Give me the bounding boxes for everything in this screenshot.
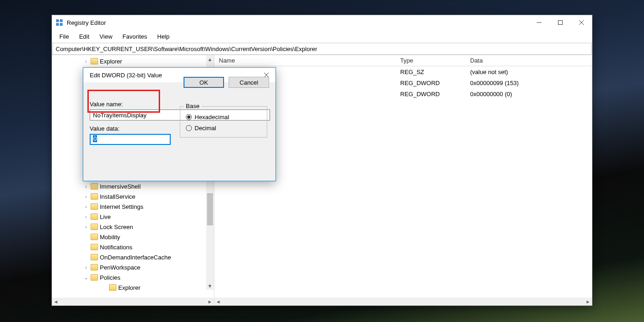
menu-edit[interactable]: Edit <box>75 31 94 42</box>
tree-item[interactable]: Notifications <box>52 242 214 252</box>
menu-view[interactable]: View <box>95 31 117 42</box>
folder-icon <box>91 213 98 220</box>
base-legend: Base <box>184 103 201 109</box>
svg-rect-3 <box>60 23 63 26</box>
tree-item-label: ImmersiveShell <box>100 183 141 190</box>
scroll-right-icon[interactable]: ▸ <box>584 298 592 305</box>
value-data-text: 0 <box>93 135 97 142</box>
tree-item[interactable]: › Explorer <box>52 56 214 66</box>
dialog-body: Value name: Value data: 0 Base Hexadecim… <box>83 82 276 92</box>
radio-label: Hexadecimal <box>195 114 229 121</box>
svg-rect-2 <box>56 23 59 26</box>
expand-icon[interactable]: › <box>83 265 89 270</box>
expand-icon[interactable]: › <box>83 224 89 230</box>
maximize-button[interactable] <box>550 15 571 30</box>
tree-item[interactable]: ›ImmersiveShell <box>52 181 214 191</box>
radio-decimal[interactable]: Decimal <box>186 122 261 133</box>
address-bar[interactable]: Computer\HKEY_CURRENT_USER\Software\Micr… <box>52 43 592 55</box>
scroll-right-icon[interactable]: ▸ <box>206 298 214 305</box>
tree-horizontal-scrollbar[interactable]: ◂ ▸ <box>52 298 214 305</box>
folder-icon <box>91 203 98 210</box>
value-type: REG_SZ <box>400 69 470 75</box>
minimize-button[interactable] <box>529 15 550 30</box>
tree-item[interactable]: Explorer <box>52 282 214 293</box>
tree-item-label: Lock Screen <box>100 224 133 230</box>
value-name-label: Value name: <box>90 101 177 108</box>
value-data-input[interactable]: 0 <box>90 134 171 145</box>
tree-item-label: Explorer <box>118 284 140 291</box>
tree-item[interactable]: ›PenWorkspace <box>52 262 214 272</box>
radio-hexadecimal[interactable]: Hexadecimal <box>186 111 261 122</box>
tree-item[interactable]: ⌄Policies <box>52 272 214 282</box>
tree-item[interactable]: ›Live <box>52 212 214 222</box>
column-name[interactable]: Name <box>219 57 400 64</box>
minimize-icon <box>537 20 541 25</box>
ok-button[interactable]: OK <box>184 77 224 88</box>
folder-icon <box>91 183 98 190</box>
titlebar: Registry Editor <box>52 15 592 30</box>
column-data[interactable]: Data <box>470 57 592 64</box>
tree-item-label: Live <box>100 213 111 220</box>
value-data: (value not set) <box>470 69 592 75</box>
folder-icon <box>91 244 98 250</box>
expand-icon[interactable]: › <box>83 59 89 64</box>
folder-icon <box>109 284 116 291</box>
scroll-left-icon[interactable]: ◂ <box>214 298 222 305</box>
menubar: File Edit View Favorites Help <box>52 30 592 43</box>
values-horizontal-scrollbar[interactable]: ◂ ▸ <box>214 298 592 305</box>
svg-rect-5 <box>558 21 563 25</box>
scroll-down-icon[interactable]: ▾ <box>206 282 214 290</box>
scroll-up-icon[interactable]: ▴ <box>206 55 214 63</box>
svg-rect-1 <box>60 19 63 22</box>
folder-icon <box>91 193 98 200</box>
tree-item-label: PenWorkspace <box>100 264 140 271</box>
menu-help[interactable]: Help <box>153 31 174 42</box>
value-data: 0x00000000 (0) <box>470 91 592 98</box>
column-type[interactable]: Type <box>400 57 470 64</box>
scroll-thumb[interactable] <box>207 193 213 225</box>
value-data-label: Value data: <box>90 125 177 132</box>
tree-item-label: InstallService <box>100 193 135 200</box>
folder-icon <box>91 264 98 270</box>
tree-item-label: OnDemandInterfaceCache <box>100 254 171 261</box>
tree-item[interactable]: ›Lock Screen <box>52 222 214 232</box>
folder-icon <box>91 58 98 64</box>
base-group: Base Hexadecimal Decimal <box>180 106 267 138</box>
close-icon <box>579 20 584 25</box>
folder-icon <box>91 254 98 260</box>
app-icon <box>56 19 63 26</box>
tree-item[interactable]: Mobility <box>52 232 214 242</box>
tree-item-label: Mobility <box>100 234 120 241</box>
value-type: REG_DWORD <box>400 80 470 86</box>
maximize-icon <box>558 20 563 25</box>
tree-item[interactable]: ›Internet Settings <box>52 201 214 212</box>
value-type: REG_DWORD <box>400 91 470 98</box>
expand-icon[interactable]: › <box>83 214 89 219</box>
tree-item[interactable]: OnDemandInterfaceCache <box>52 252 214 262</box>
expand-icon[interactable]: › <box>83 194 89 199</box>
tree-item-label: Explorer <box>100 58 122 65</box>
value-data: 0x00000099 (153) <box>470 80 592 86</box>
tree-item[interactable]: ›InstallService <box>52 191 214 201</box>
svg-rect-0 <box>56 19 59 22</box>
tree-item-label: Policies <box>100 274 121 281</box>
folder-icon <box>91 224 98 230</box>
expand-icon[interactable]: › <box>83 184 89 189</box>
menu-file[interactable]: File <box>55 31 74 42</box>
tree-item-label: Notifications <box>100 244 132 251</box>
radio-icon <box>186 114 192 120</box>
edit-dword-dialog: Edit DWORD (32-bit) Value Value name: Va… <box>83 67 276 181</box>
folder-icon <box>91 274 98 281</box>
menu-favorites[interactable]: Favorites <box>118 31 151 42</box>
expand-icon[interactable]: › <box>83 204 89 209</box>
values-header: Name Type Data <box>214 55 592 66</box>
scroll-left-icon[interactable]: ◂ <box>52 298 60 305</box>
radio-icon <box>186 125 192 131</box>
close-button[interactable] <box>571 15 592 30</box>
cancel-button[interactable]: Cancel <box>229 77 269 88</box>
tree-item-label: Internet Settings <box>100 203 144 210</box>
folder-icon <box>91 234 98 240</box>
radio-label: Decimal <box>195 125 216 132</box>
collapse-icon[interactable]: ⌄ <box>83 275 89 280</box>
window-title: Registry Editor <box>67 19 529 26</box>
